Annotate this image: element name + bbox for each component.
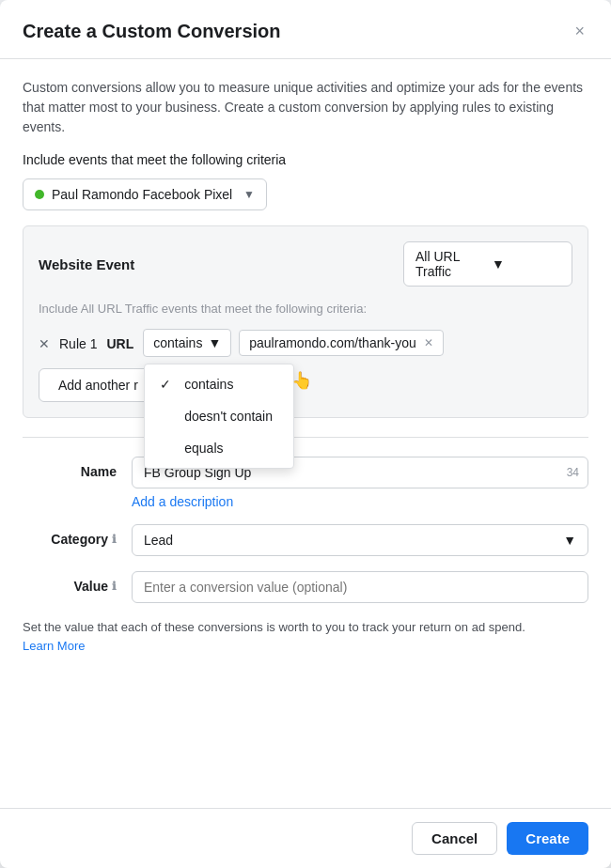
learn-more-link[interactable]: Learn More (23, 639, 85, 653)
char-count: 34 (567, 466, 579, 479)
condition-dropdown-menu: ✓ contains 👆 ✓ doesn't contain ✓ (144, 364, 294, 469)
option-label: equals (184, 441, 223, 456)
name-row: Name 34 Add a description (23, 457, 588, 509)
modal-header: Create a Custom Conversion × (0, 0, 611, 59)
category-dropdown[interactable]: Lead ▼ (132, 524, 588, 556)
pixel-name: Paul Ramondo Facebook Pixel (52, 187, 232, 202)
event-chevron-icon: ▼ (492, 256, 560, 271)
value-label: Value (73, 579, 108, 594)
category-label-col: Category ℹ (23, 524, 117, 547)
value-input[interactable] (132, 571, 588, 603)
url-value: paulramondo.com/thank-you (249, 335, 415, 350)
condition-dropdown[interactable]: contains ▼ ✓ contains 👆 ✓ (143, 329, 231, 357)
section-divider (23, 437, 588, 438)
criteria-subtitle: Include All URL Traffic events that meet… (39, 302, 572, 316)
condition-option-equals[interactable]: ✓ equals (145, 432, 293, 464)
value-row: Value ℹ (23, 571, 588, 603)
rule-close-button[interactable]: ✕ (39, 336, 50, 351)
condition-option-not-contain[interactable]: ✓ doesn't contain (145, 400, 293, 432)
category-row: Category ℹ Lead ▼ (23, 524, 588, 556)
category-input-col: Lead ▼ (132, 524, 588, 556)
url-value-remove-button[interactable]: ✕ (424, 336, 433, 349)
create-button[interactable]: Create (507, 822, 588, 855)
category-chevron-icon: ▼ (563, 533, 576, 548)
pixel-dropdown[interactable]: Paul Ramondo Facebook Pixel ▼ (23, 178, 267, 210)
cancel-button[interactable]: Cancel (412, 822, 497, 855)
modal-body: Custom conversions allow you to measure … (0, 59, 611, 808)
criteria-label: Include events that meet the following c… (23, 152, 588, 167)
condition-option-contains[interactable]: ✓ contains 👆 (145, 368, 293, 400)
add-description-link[interactable]: Add a description (132, 494, 588, 509)
event-type-dropdown[interactable]: All URL Traffic ▼ (403, 241, 572, 287)
url-value-tag: paulramondo.com/thank-you ✕ (239, 330, 443, 356)
description-text: Custom conversions allow you to measure … (23, 78, 588, 137)
close-button[interactable]: × (571, 19, 588, 43)
pixel-dropdown-left: Paul Ramondo Facebook Pixel (35, 187, 232, 202)
cursor-icon: 👆 (291, 370, 312, 391)
pixel-status-dot (35, 190, 44, 199)
modal-footer: Cancel Create (0, 808, 611, 868)
option-label: contains (184, 377, 233, 392)
category-info-icon[interactable]: ℹ (112, 533, 117, 546)
value-label-col: Value ℹ (23, 571, 117, 594)
value-hint: Set the value that each of these convers… (23, 618, 588, 655)
condition-chevron-icon: ▼ (208, 335, 221, 350)
rule-condition-row: contains ▼ ✓ contains 👆 ✓ (143, 329, 443, 357)
form-section: Name 34 Add a description Category ℹ (23, 457, 588, 655)
condition-value: contains (153, 335, 202, 350)
rule-inputs: contains ▼ ✓ contains 👆 ✓ (143, 329, 443, 357)
rules-container: Website Event All URL Traffic ▼ Include … (23, 225, 588, 418)
category-value: Lead (144, 533, 173, 548)
option-label: doesn't contain (184, 409, 273, 424)
chevron-down-icon: ▼ (243, 188, 255, 201)
value-hint-text: Set the value that each of these convers… (23, 620, 525, 634)
modal-container: Create a Custom Conversion × Custom conv… (0, 0, 611, 868)
name-label: Name (23, 457, 117, 479)
website-event-label: Website Event (39, 256, 134, 272)
category-label: Category (51, 532, 108, 547)
value-input-col (132, 571, 588, 603)
event-type-value: All URL Traffic (415, 249, 484, 279)
add-another-label: Add another r (58, 378, 138, 393)
value-info-icon[interactable]: ℹ (112, 580, 117, 593)
modal-title: Create a Custom Conversion (23, 21, 281, 42)
add-another-button[interactable]: Add another r (39, 368, 158, 402)
rule-type: URL (106, 336, 133, 351)
rule-row: ✕ Rule 1 URL contains ▼ ✓ (39, 329, 572, 357)
check-icon: ✓ (160, 377, 175, 392)
rule-number: Rule 1 (59, 336, 97, 351)
website-event-row: Website Event All URL Traffic ▼ (39, 241, 572, 287)
